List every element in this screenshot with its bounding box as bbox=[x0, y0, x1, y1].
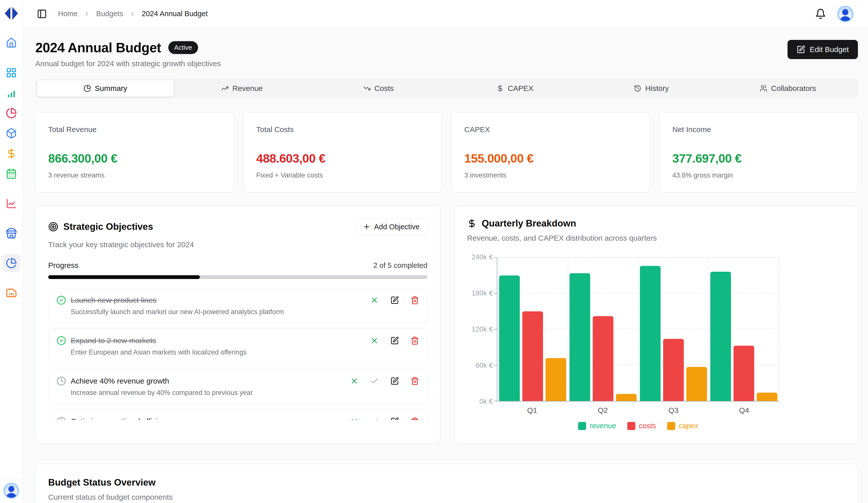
sidebar-item-home[interactable] bbox=[2, 34, 20, 52]
sidebar-item-store[interactable] bbox=[2, 224, 20, 242]
clock-icon bbox=[56, 417, 66, 420]
y-tick-mark bbox=[494, 257, 497, 258]
y-tick-label: 120k € bbox=[472, 325, 493, 333]
mark-complete-button[interactable] bbox=[370, 417, 379, 420]
progress-bar bbox=[48, 275, 427, 279]
edit-objective-button[interactable] bbox=[390, 377, 399, 385]
x-icon bbox=[350, 417, 359, 420]
tab-capex[interactable]: CAPEX bbox=[447, 80, 583, 97]
delete-objective-button[interactable] bbox=[411, 417, 419, 420]
circle-check-icon bbox=[56, 336, 66, 345]
avatar bbox=[3, 483, 19, 499]
target-icon bbox=[48, 222, 58, 232]
sidebar-toggle-button[interactable] bbox=[37, 9, 47, 19]
bar-group-q3 bbox=[638, 258, 709, 401]
trash-icon bbox=[411, 377, 419, 385]
mark-incomplete-button[interactable] bbox=[370, 336, 379, 345]
objective-title: Launch new product lines bbox=[71, 296, 156, 304]
stat-label: Total Revenue bbox=[48, 125, 221, 134]
sidebar-item-analytics[interactable] bbox=[2, 84, 20, 102]
edit-icon bbox=[390, 296, 399, 304]
edit-objective-button[interactable] bbox=[390, 336, 399, 345]
pie-chart-blue-icon bbox=[6, 258, 17, 269]
bar-costs-q4 bbox=[734, 346, 754, 401]
chart-plot bbox=[497, 257, 779, 402]
breadcrumb-home[interactable]: Home bbox=[58, 10, 78, 18]
user-menu-button[interactable] bbox=[837, 6, 854, 22]
edit-icon bbox=[390, 336, 399, 345]
objective-description: Successfully launch and market our new A… bbox=[71, 308, 419, 316]
edit-objective-button[interactable] bbox=[390, 417, 399, 420]
mark-incomplete-button[interactable] bbox=[370, 296, 379, 304]
stat-value: 866.300,00 € bbox=[48, 151, 221, 165]
delete-objective-button[interactable] bbox=[411, 296, 419, 304]
chart-yaxis: 0k €60k €120k €180k €240k € bbox=[467, 257, 497, 402]
status-badge: Active bbox=[168, 41, 198, 54]
x-tick-label: Q2 bbox=[568, 406, 638, 415]
sidebar-item-products[interactable] bbox=[2, 124, 20, 142]
y-tick-mark bbox=[494, 401, 497, 401]
delete-objective-button[interactable] bbox=[411, 336, 419, 345]
stat-label: Total Costs bbox=[256, 125, 429, 134]
quarterly-breakdown-panel: Quarterly Breakdown Revenue, costs, and … bbox=[454, 206, 858, 443]
history-icon bbox=[634, 84, 641, 92]
sidebar-item-calendar[interactable] bbox=[2, 165, 20, 183]
pie-chart-icon bbox=[83, 84, 91, 92]
objective-item: Expand to 2 new markets Enter European a… bbox=[48, 329, 427, 363]
sidebar-item-reports-pie[interactable] bbox=[2, 104, 20, 122]
bar-chart-icon bbox=[6, 87, 17, 99]
y-tick-label: 240k € bbox=[472, 253, 493, 261]
edit-budget-button[interactable]: Edit Budget bbox=[787, 40, 858, 59]
y-tick-mark bbox=[494, 365, 497, 365]
x-icon bbox=[370, 296, 379, 304]
objective-item: Achieve 40% revenue growth Increase annu… bbox=[48, 369, 427, 404]
y-tick-label: 0k € bbox=[479, 398, 493, 405]
pie-chart-red-icon bbox=[6, 108, 17, 119]
delete-objective-button[interactable] bbox=[411, 377, 419, 385]
tab-summary[interactable]: Summary bbox=[37, 80, 174, 97]
tab-costs[interactable]: Costs bbox=[310, 80, 447, 97]
chevron-right-icon bbox=[83, 11, 90, 17]
sidebar-item-finance[interactable] bbox=[2, 144, 20, 163]
home-icon bbox=[6, 37, 17, 49]
sidebar-item-dashboard[interactable] bbox=[2, 64, 20, 82]
bottom-subtitle: Current status of budget components bbox=[48, 493, 845, 502]
quarterly-chart: 0k €60k €120k €180k €240k € bbox=[467, 257, 845, 402]
objective-title: Optimize operational efficiency bbox=[71, 417, 174, 420]
trash-icon bbox=[411, 417, 419, 420]
edit-objective-button[interactable] bbox=[390, 296, 399, 304]
tab-collaborators[interactable]: Collaborators bbox=[720, 80, 856, 97]
mark-incomplete-button[interactable] bbox=[350, 377, 359, 385]
stat-cards: Total Revenue 866.300,00 € 3 revenue str… bbox=[35, 112, 858, 193]
breadcrumb-budgets[interactable]: Budgets bbox=[96, 10, 123, 18]
chart-legend: revenuecostscapex bbox=[497, 422, 779, 430]
tab-revenue[interactable]: Revenue bbox=[174, 80, 310, 97]
stat-sub: 3 revenue streams bbox=[48, 171, 221, 179]
sidebar-item-trends[interactable] bbox=[2, 194, 20, 213]
stat-card: Total Revenue 866.300,00 € 3 revenue str… bbox=[35, 112, 234, 193]
stat-card: CAPEX 155.000,00 € 3 investments bbox=[452, 112, 650, 193]
bar-capex-q1 bbox=[546, 358, 566, 401]
mark-complete-button[interactable] bbox=[370, 377, 379, 385]
app-logo[interactable] bbox=[0, 0, 22, 21]
notifications-button[interactable] bbox=[815, 8, 826, 19]
tab-history[interactable]: History bbox=[583, 80, 720, 97]
legend-swatch bbox=[667, 422, 675, 430]
legend-label: revenue bbox=[590, 422, 616, 430]
objective-description: Increase annual revenue by 40% compared … bbox=[71, 389, 419, 397]
x-icon bbox=[370, 336, 379, 345]
sidebar-item-budgets[interactable] bbox=[2, 254, 20, 272]
add-objective-button[interactable]: Add Objective bbox=[355, 218, 427, 235]
bar-group-q1 bbox=[497, 258, 568, 401]
bottom-title: Budget Status Overview bbox=[48, 477, 845, 488]
bar-group-q4 bbox=[709, 258, 779, 401]
legend-label: costs bbox=[639, 422, 656, 430]
mark-incomplete-button[interactable] bbox=[350, 417, 359, 420]
budget-status-overview: Budget Status Overview Current status of… bbox=[35, 464, 858, 503]
sidebar-item-reports[interactable] bbox=[2, 284, 20, 302]
sidebar-user[interactable] bbox=[0, 479, 22, 503]
x-tick-label: Q4 bbox=[709, 406, 779, 415]
calendar-icon bbox=[6, 168, 17, 179]
grid-icon bbox=[6, 67, 17, 78]
box-icon bbox=[6, 128, 17, 139]
